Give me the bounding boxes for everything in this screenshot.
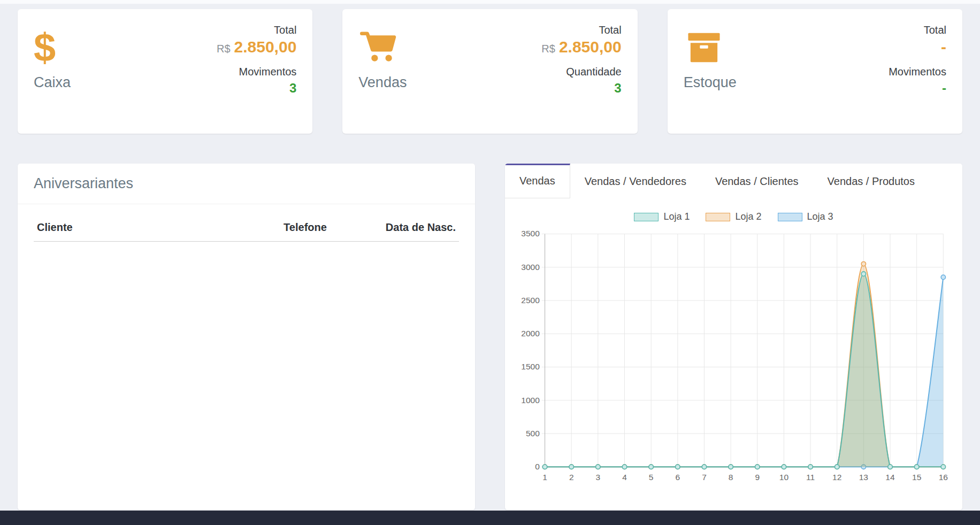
- caixa-movimentos-value: 3: [217, 81, 296, 96]
- svg-text:4: 4: [622, 473, 627, 482]
- cart-icon: [358, 23, 407, 72]
- legend-swatch: [778, 213, 802, 221]
- panels-row: Aniversariantes Cliente Telefone Data de…: [18, 164, 962, 510]
- svg-text:3: 3: [596, 473, 601, 482]
- estoque-movimentos-value: -: [889, 81, 946, 96]
- column-data-nasc: Data de Nasc.: [374, 218, 459, 242]
- svg-text:2000: 2000: [521, 329, 540, 338]
- vendas-total-value: R$2.850,00: [541, 38, 621, 56]
- estoque-total-value: -: [889, 38, 946, 56]
- svg-text:1000: 1000: [521, 396, 540, 405]
- svg-text:0: 0: [535, 462, 540, 471]
- empty-row: [34, 242, 459, 477]
- sales-tabs: Vendas Vendas / Vendedores Vendas / Clie…: [505, 164, 962, 198]
- svg-text:3000: 3000: [521, 262, 540, 272]
- caixa-card: $ Caixa Total R$2.850,00 Movimentos 3: [18, 9, 312, 134]
- estoque-movimentos-label: Movimentos: [889, 65, 946, 79]
- legend-item-loja-2[interactable]: Loja 2: [706, 211, 761, 222]
- caixa-card-stats: Total R$2.850,00 Movimentos 3: [217, 23, 296, 120]
- tab-vendas-produtos[interactable]: Vendas / Produtos: [813, 164, 929, 198]
- box-icon: [684, 23, 737, 72]
- legend-swatch: [634, 213, 659, 221]
- legend-label: Loja 3: [807, 211, 833, 222]
- estoque-amount: -: [941, 38, 946, 56]
- svg-text:7: 7: [702, 473, 707, 482]
- currency-prefix: R$: [541, 43, 555, 55]
- legend-label: Loja 2: [735, 211, 761, 222]
- tab-vendas-clientes[interactable]: Vendas / Clientes: [701, 164, 813, 198]
- aniversariantes-table-body: [34, 242, 459, 477]
- estoque-card-label: Estoque: [684, 74, 737, 91]
- svg-text:15: 15: [912, 473, 921, 482]
- svg-text:10: 10: [779, 473, 789, 482]
- svg-text:16: 16: [939, 473, 948, 482]
- vendas-card-stats: Total R$2.850,00 Quantidade 3: [541, 23, 621, 120]
- svg-text:500: 500: [526, 429, 540, 438]
- svg-text:13: 13: [859, 473, 868, 482]
- sales-line-chart[interactable]: 0500100015002000250030003500123456789101…: [518, 227, 950, 489]
- aniversariantes-table: Cliente Telefone Data de Nasc.: [34, 218, 459, 477]
- svg-text:11: 11: [806, 473, 815, 482]
- legend-swatch: [706, 213, 730, 221]
- svg-text:14: 14: [885, 473, 895, 482]
- dollar-icon: $: [34, 23, 71, 72]
- caixa-movimentos-label: Movimentos: [217, 65, 296, 79]
- aniversariantes-panel: Aniversariantes Cliente Telefone Data de…: [18, 164, 475, 510]
- summary-cards-row: $ Caixa Total R$2.850,00 Movimentos 3: [18, 9, 962, 134]
- vendas-chart-panel: Vendas Vendas / Vendedores Vendas / Clie…: [505, 164, 962, 510]
- caixa-total-value: R$2.850,00: [217, 38, 296, 56]
- currency-prefix: R$: [217, 43, 231, 55]
- caixa-total-label: Total: [217, 23, 296, 37]
- chart-legend: Loja 1Loja 2Loja 3: [518, 205, 950, 227]
- caixa-card-label: Caixa: [34, 74, 71, 91]
- table-header-row: Cliente Telefone Data de Nasc.: [34, 218, 459, 242]
- dollar-glyph: $: [34, 28, 56, 67]
- tab-vendas-vendedores[interactable]: Vendas / Vendedores: [570, 164, 701, 198]
- svg-text:2: 2: [569, 473, 574, 482]
- vendas-total-label: Total: [541, 23, 621, 37]
- svg-text:1500: 1500: [521, 362, 540, 371]
- vendas-card-label: Vendas: [358, 74, 407, 91]
- tab-vendas[interactable]: Vendas: [505, 164, 570, 198]
- caixa-card-left: $ Caixa: [34, 23, 71, 120]
- svg-text:8: 8: [729, 473, 733, 482]
- svg-text:3500: 3500: [521, 229, 540, 238]
- aniversariantes-table-wrap: Cliente Telefone Data de Nasc.: [18, 204, 475, 477]
- svg-text:2500: 2500: [521, 296, 540, 305]
- top-strip: [0, 0, 980, 4]
- estoque-card-stats: Total - Movimentos -: [889, 23, 946, 120]
- aniversariantes-title: Aniversariantes: [18, 164, 475, 204]
- chart-area: Loja 1Loja 2Loja 3 050010001500200025003…: [505, 198, 962, 489]
- estoque-total-label: Total: [889, 23, 946, 37]
- dashboard: $ Caixa Total R$2.850,00 Movimentos 3: [0, 9, 980, 510]
- svg-text:5: 5: [649, 473, 654, 482]
- column-telefone: Telefone: [280, 218, 374, 242]
- vendas-quantidade-value: 3: [541, 81, 621, 96]
- legend-item-loja-3[interactable]: Loja 3: [778, 211, 833, 222]
- caixa-amount: 2.850,00: [234, 38, 297, 56]
- svg-text:9: 9: [755, 473, 760, 482]
- legend-item-loja-1[interactable]: Loja 1: [634, 211, 690, 222]
- column-cliente: Cliente: [34, 218, 280, 242]
- svg-text:6: 6: [675, 473, 680, 482]
- estoque-card: Estoque Total - Movimentos -: [668, 9, 962, 134]
- vendas-quantidade-label: Quantidade: [541, 65, 621, 79]
- svg-text:12: 12: [832, 473, 841, 482]
- estoque-card-left: Estoque: [684, 23, 737, 120]
- vendas-card: Vendas Total R$2.850,00 Quantidade 3: [342, 9, 637, 134]
- vendas-amount: 2.850,00: [559, 38, 622, 56]
- legend-label: Loja 1: [663, 211, 690, 222]
- vendas-card-left: Vendas: [358, 23, 407, 120]
- footer-bar: [0, 511, 980, 525]
- svg-text:1: 1: [542, 473, 547, 482]
